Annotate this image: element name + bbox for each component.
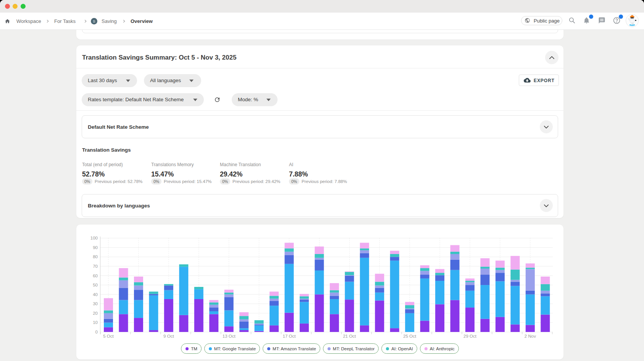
svg-text:5 Oct: 5 Oct <box>103 334 114 338</box>
svg-text:20: 20 <box>93 311 98 316</box>
svg-text:25 Oct: 25 Oct <box>403 334 416 338</box>
svg-text:50: 50 <box>93 283 98 287</box>
svg-text:40: 40 <box>93 292 98 297</box>
svg-text:13 Oct: 13 Oct <box>223 334 236 338</box>
svg-text:10: 10 <box>93 320 98 325</box>
svg-text:9 Oct: 9 Oct <box>163 334 174 338</box>
svg-text:60: 60 <box>93 274 98 278</box>
svg-text:17 Oct: 17 Oct <box>283 334 296 338</box>
svg-text:90: 90 <box>93 245 98 250</box>
svg-text:29 Oct: 29 Oct <box>463 334 477 338</box>
svg-text:70: 70 <box>93 264 98 269</box>
svg-text:80: 80 <box>93 254 98 259</box>
svg-text:0: 0 <box>95 330 98 334</box>
svg-text:100: 100 <box>90 236 98 240</box>
svg-text:30: 30 <box>93 301 98 306</box>
svg-text:2 Nov: 2 Nov <box>525 334 536 338</box>
svg-text:21 Oct: 21 Oct <box>343 334 356 338</box>
